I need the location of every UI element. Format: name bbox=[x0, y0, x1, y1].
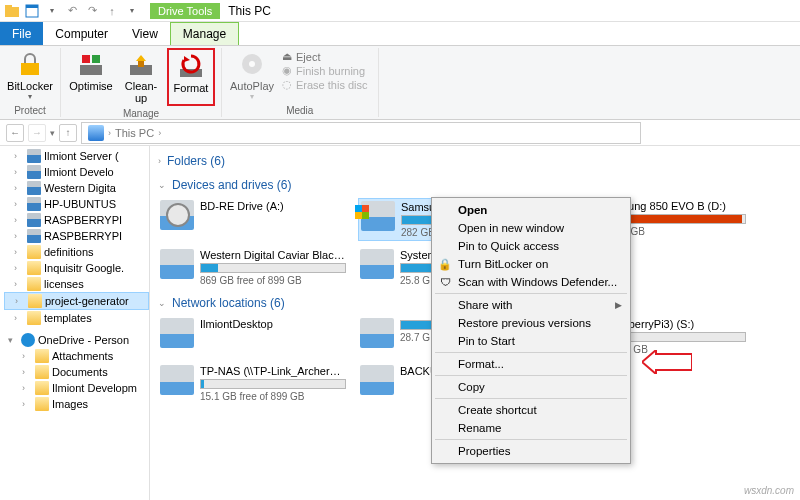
chevron-right-icon[interactable]: › bbox=[14, 279, 24, 289]
up-button[interactable]: ↑ bbox=[59, 124, 77, 142]
tree-item[interactable]: ›Western Digita bbox=[4, 180, 149, 196]
nav-bar: ← → ▾ ↑ › This PC › bbox=[0, 120, 800, 146]
menu-pin-quick-access[interactable]: Pin to Quick access bbox=[434, 237, 628, 255]
menu-format[interactable]: Format... bbox=[434, 355, 628, 373]
breadcrumb[interactable]: This PC bbox=[115, 127, 154, 139]
properties-icon[interactable] bbox=[24, 3, 40, 19]
tree-item[interactable]: ›templates bbox=[4, 310, 149, 326]
folder-icon bbox=[35, 397, 49, 411]
chevron-right-icon: › bbox=[108, 128, 111, 138]
menu-open-new-window[interactable]: Open in new window bbox=[434, 219, 628, 237]
drive-icon bbox=[160, 318, 194, 348]
eject-icon: ⏏ bbox=[282, 50, 292, 63]
chevron-down-icon[interactable]: ⌄ bbox=[158, 298, 166, 308]
drive-icon bbox=[160, 365, 194, 395]
disk-icon bbox=[27, 181, 41, 195]
tab-view[interactable]: View bbox=[120, 22, 170, 45]
tree-item[interactable]: ›Ilmiont Server ( bbox=[4, 148, 149, 164]
disk-icon bbox=[27, 197, 41, 211]
drive-item[interactable]: BD-RE Drive (A:) bbox=[158, 198, 348, 241]
chevron-right-icon[interactable]: › bbox=[158, 156, 161, 166]
tree-item[interactable]: ›definitions bbox=[4, 244, 149, 260]
chevron-down-icon[interactable]: ⌄ bbox=[158, 180, 166, 190]
forward-button[interactable]: → bbox=[28, 124, 46, 142]
tree-item[interactable]: ›Inquisitr Google. bbox=[4, 260, 149, 276]
svg-rect-1 bbox=[5, 5, 12, 9]
svg-rect-6 bbox=[82, 55, 90, 63]
onedrive-node[interactable]: ▾ OneDrive - Person bbox=[4, 332, 149, 348]
chevron-right-icon[interactable]: › bbox=[22, 367, 32, 377]
up-icon[interactable]: ↑ bbox=[104, 3, 120, 19]
undo-icon[interactable]: ↶ bbox=[64, 3, 80, 19]
callout-arrow bbox=[642, 350, 692, 374]
erase-disc-button[interactable]: ◌Erase this disc bbox=[282, 78, 368, 91]
tab-computer[interactable]: Computer bbox=[43, 22, 120, 45]
optimise-button[interactable]: Optimise bbox=[67, 48, 115, 106]
cleanup-button[interactable]: Clean-up bbox=[117, 48, 165, 106]
drive-item[interactable]: Western Digital Caviar Black B (H:)869 G… bbox=[158, 247, 348, 288]
qat-more-icon[interactable]: ▾ bbox=[124, 3, 140, 19]
tree-item[interactable]: ›Ilmiont Develo bbox=[4, 164, 149, 180]
menu-open[interactable]: Open bbox=[434, 201, 628, 219]
menu-restore[interactable]: Restore previous versions bbox=[434, 314, 628, 332]
chevron-right-icon[interactable]: › bbox=[14, 263, 24, 273]
qat-dropdown-icon[interactable]: ▾ bbox=[44, 3, 60, 19]
eject-button[interactable]: ⏏Eject bbox=[282, 50, 368, 63]
menu-defender[interactable]: 🛡Scan with Windows Defender... bbox=[434, 273, 628, 291]
format-button[interactable]: Format bbox=[167, 48, 215, 106]
address-bar[interactable]: › This PC › bbox=[81, 122, 641, 144]
menu-bitlocker[interactable]: 🔒Turn BitLocker on bbox=[434, 255, 628, 273]
tree-item[interactable]: ›RASPBERRYPI bbox=[4, 228, 149, 244]
back-button[interactable]: ← bbox=[6, 124, 24, 142]
chevron-right-icon[interactable]: › bbox=[15, 296, 25, 306]
chevron-right-icon[interactable]: › bbox=[14, 247, 24, 257]
nav-tree[interactable]: ›Ilmiont Server (›Ilmiont Develo›Western… bbox=[0, 146, 150, 500]
cleanup-icon bbox=[127, 50, 155, 78]
tree-item[interactable]: ›project-generator bbox=[4, 292, 149, 310]
menu-copy[interactable]: Copy bbox=[434, 378, 628, 396]
menu-shortcut[interactable]: Create shortcut bbox=[434, 401, 628, 419]
autoplay-button[interactable]: AutoPlay ▾ bbox=[228, 48, 276, 103]
disk-icon bbox=[27, 213, 41, 227]
drive-icon bbox=[360, 318, 394, 348]
history-dropdown-icon[interactable]: ▾ bbox=[50, 128, 55, 138]
drive-tools-context-tab[interactable]: Drive Tools bbox=[150, 3, 220, 19]
autoplay-icon bbox=[238, 50, 266, 78]
chevron-right-icon[interactable]: › bbox=[14, 231, 24, 241]
tree-item[interactable]: ›licenses bbox=[4, 276, 149, 292]
bitlocker-button[interactable]: BitLocker ▾ bbox=[6, 48, 54, 103]
tree-item[interactable]: ›Ilmiont Developm bbox=[4, 380, 149, 396]
chevron-down-icon[interactable]: ▾ bbox=[8, 335, 18, 345]
drive-icon bbox=[360, 249, 394, 279]
menu-separator bbox=[435, 352, 627, 353]
tree-item[interactable]: ›Images bbox=[4, 396, 149, 412]
tree-item[interactable]: ›Documents bbox=[4, 364, 149, 380]
chevron-right-icon[interactable]: › bbox=[22, 351, 32, 361]
drive-item[interactable]: TP-NAS (\\TP-Link_ArcherC7) (W:)15.1 GB … bbox=[158, 363, 348, 404]
chevron-right-icon: ▶ bbox=[615, 300, 622, 310]
tab-file[interactable]: File bbox=[0, 22, 43, 45]
menu-pin-start[interactable]: Pin to Start bbox=[434, 332, 628, 350]
chevron-right-icon[interactable]: › bbox=[14, 183, 24, 193]
redo-icon[interactable]: ↷ bbox=[84, 3, 100, 19]
chevron-right-icon[interactable]: › bbox=[14, 313, 24, 323]
chevron-right-icon[interactable]: › bbox=[22, 399, 32, 409]
drive-name: IlmiontDesktop bbox=[200, 318, 346, 330]
chevron-right-icon[interactable]: › bbox=[14, 215, 24, 225]
section-devices[interactable]: ⌄Devices and drives (6) bbox=[158, 174, 792, 198]
chevron-right-icon[interactable]: › bbox=[14, 151, 24, 161]
chevron-right-icon[interactable]: › bbox=[22, 383, 32, 393]
drive-item[interactable]: IlmiontDesktop bbox=[158, 316, 348, 357]
this-pc-icon bbox=[88, 125, 104, 141]
menu-share[interactable]: Share with▶ bbox=[434, 296, 628, 314]
section-folders[interactable]: ›Folders (6) bbox=[158, 150, 792, 174]
chevron-right-icon[interactable]: › bbox=[14, 167, 24, 177]
tree-item[interactable]: ›RASPBERRYPI bbox=[4, 212, 149, 228]
finish-burning-button[interactable]: ◉Finish burning bbox=[282, 64, 368, 77]
menu-rename[interactable]: Rename bbox=[434, 419, 628, 437]
menu-properties[interactable]: Properties bbox=[434, 442, 628, 460]
tree-item[interactable]: ›HP-UBUNTUS bbox=[4, 196, 149, 212]
chevron-right-icon[interactable]: › bbox=[14, 199, 24, 209]
tab-manage[interactable]: Manage bbox=[170, 22, 239, 45]
tree-item[interactable]: ›Attachments bbox=[4, 348, 149, 364]
